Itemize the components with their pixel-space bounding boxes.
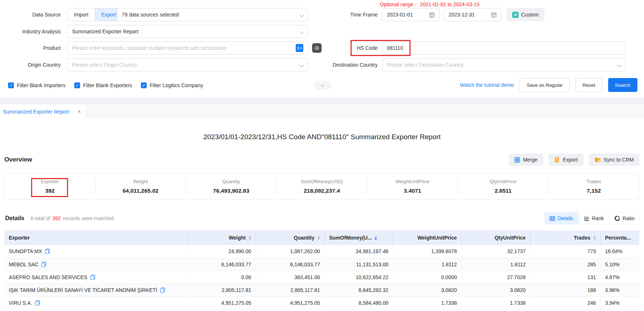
export-button[interactable]: Export — [548, 153, 583, 166]
hs-code-input[interactable] — [382, 41, 626, 55]
tab-bar: Summarized Exporter Report × — [0, 98, 644, 118]
merge-button[interactable]: Merge — [509, 153, 543, 166]
folder-sync-icon — [595, 157, 601, 162]
industry-analysis-select[interactable]: Summarized Exporter Report — [67, 25, 308, 38]
overview-heading: Overview — [4, 156, 32, 163]
col-trades[interactable]: Trades — [530, 230, 600, 245]
stat-weight-unit-price: WeightUnitPrice 3.4071 — [367, 179, 458, 194]
exporter-name[interactable]: IŞIK TARIM ÜRÜNLERİ SANAYİ VE TİCARET AN… — [9, 287, 157, 293]
details-total-count: 392 — [52, 215, 61, 221]
stat-weight: Weight 64,011,265.02 — [95, 179, 186, 194]
table-row: SUNOPTA MX 24,990.00 1,087,262.00 34,981… — [4, 245, 639, 258]
sort-icons[interactable] — [248, 236, 251, 240]
filter-blank-exporters-checkbox[interactable]: ✓ Filter Blank Exporters — [74, 82, 132, 88]
reset-button[interactable]: Reset — [576, 78, 602, 92]
details-table: Exporter Weight Quantity SumOfMoney(U...… — [4, 230, 639, 310]
exporter-name[interactable]: SUNOPTA MX — [9, 248, 42, 254]
origin-country-select[interactable]: Please select Origin Country — [67, 58, 308, 71]
data-source-label: Data Source — [0, 12, 61, 18]
stat-exporter: Exporter 392 — [5, 179, 95, 194]
start-date-input[interactable]: 2023-01-01 — [382, 8, 439, 21]
import-toggle[interactable]: Import — [68, 8, 95, 21]
sort-icons-active-desc[interactable] — [374, 236, 377, 240]
col-sum-of-money[interactable]: SumOfMoney(U... — [325, 230, 393, 245]
copy-icon[interactable] — [160, 288, 165, 293]
origin-country-label: Origin Country — [0, 62, 61, 68]
table-header-row: Exporter Weight Quantity SumOfMoney(U...… — [4, 230, 639, 245]
tab-bar-empty-area — [86, 104, 644, 119]
sync-to-crm-button[interactable]: Sync to CRM — [589, 153, 640, 166]
tutorial-demo-link[interactable]: Watch the tutorial demo — [460, 82, 514, 88]
search-button[interactable]: Search — [608, 78, 637, 92]
stat-sum-of-money: SumOfMoney(USD) 218,092,237.4 — [276, 179, 367, 194]
table-icon — [550, 216, 555, 221]
chevron-down-icon — [321, 83, 324, 87]
calendar-icon — [491, 12, 497, 18]
hs-code-field[interactable] — [387, 45, 621, 51]
rank-chart-icon — [584, 216, 589, 221]
filter-panel: Optional range： 2021-01-01 to 2024-03-15… — [0, 0, 644, 98]
copy-icon[interactable] — [45, 249, 50, 254]
details-heading: Details — [5, 215, 24, 222]
copy-icon[interactable] — [41, 262, 46, 267]
product-input[interactable]: 文A — [67, 41, 308, 55]
exporter-name[interactable]: ASEPRO SALES AND SERVICES — [9, 274, 87, 280]
sort-icons[interactable] — [317, 236, 320, 240]
overview-stats-bar: Exporter 392 Weight 64,011,265.02 Quanti… — [4, 173, 639, 200]
chevron-down-icon — [617, 63, 622, 67]
table-row: ASEPRO SALES AND SERVICES 0.00 383,451.0… — [4, 271, 639, 284]
industry-analysis-label: Industry Analysis — [0, 29, 61, 34]
col-exporter[interactable]: Exporter — [4, 230, 187, 245]
checkbox-checked-icon: ✓ — [8, 82, 14, 88]
ratio-donut-icon — [615, 216, 620, 221]
end-date-input[interactable]: 2023-12-31 — [444, 8, 501, 21]
product-label: Product — [0, 45, 61, 51]
report-title: 2023/01/01-2023/12/31,HS Code AND"081110… — [0, 133, 644, 141]
view-details-button[interactable]: Details — [544, 212, 579, 225]
data-source-toggle: Import Export — [67, 8, 123, 21]
filters-expander-button[interactable] — [314, 81, 331, 89]
export-icon — [554, 157, 560, 163]
table-row: MEBOL SAC 6,146,033.77 6,146,033.77 11,1… — [4, 258, 639, 271]
filter-blank-importers-checkbox[interactable]: ✓ Filter Blank Importers — [8, 82, 65, 88]
save-as-regular-button[interactable]: Save as Regular — [520, 78, 570, 92]
exporter-name[interactable]: VIRU S.A. — [9, 300, 32, 306]
col-percentage[interactable]: Percenta... — [600, 230, 639, 245]
custom-icon: ⊞ — [512, 12, 518, 18]
optional-range-note: Optional range： 2021-01-01 to 2024-03-15 — [380, 1, 479, 8]
calendar-icon — [429, 12, 435, 18]
col-weight-unit-price[interactable]: WeightUnitPrice — [393, 230, 461, 245]
destination-country-select[interactable]: Please select Destination Country — [382, 58, 626, 71]
checkbox-checked-icon: ✓ — [74, 82, 80, 88]
custom-range-button[interactable]: ⊞ Custom — [506, 8, 544, 21]
view-ratio-button[interactable]: Ratio — [610, 212, 640, 225]
view-rank-button[interactable]: Rank — [579, 212, 609, 225]
col-qty-unit-price[interactable]: QtyUnitPrice — [461, 230, 530, 245]
chevron-down-icon — [299, 29, 304, 34]
table-row: VIRU S.A. 4,951,275.05 4,951,275.05 8,58… — [4, 296, 639, 309]
copy-icon[interactable] — [90, 275, 95, 280]
stat-qty-unit-price: QtyUnitPrice 2.8511 — [458, 179, 548, 194]
col-weight[interactable]: Weight — [187, 230, 256, 245]
merge-icon — [514, 157, 520, 163]
table-row: IŞIK TARIM ÜRÜNLERİ SANAYİ VE TİCARET AN… — [4, 284, 639, 296]
product-keywords-field[interactable] — [72, 45, 296, 51]
close-icon[interactable]: × — [78, 108, 81, 115]
data-sources-select[interactable]: 79 data sources selected — [117, 8, 308, 21]
tab-summarized-exporter-report[interactable]: Summarized Exporter Report × — [0, 104, 86, 119]
time-frame-label: Time Frame — [300, 12, 378, 18]
filter-logistics-company-checkbox[interactable]: ✓ Filter Logitics Company — [141, 82, 203, 88]
checkbox-checked-icon: ✓ — [141, 82, 147, 88]
exporter-name[interactable]: MEBOL SAC — [9, 262, 38, 267]
destination-country-label: Destination Country — [300, 62, 378, 68]
sort-icons[interactable] — [593, 236, 596, 240]
details-total-text: A total of392records were matched — [30, 215, 113, 221]
stat-trades: Trades 7,152 — [548, 179, 639, 194]
stat-quantity: Quantity 76,493,902.83 — [186, 179, 276, 194]
col-quantity[interactable]: Quantity — [256, 230, 325, 245]
copy-icon[interactable] — [35, 300, 40, 306]
hs-code-label: HS Code — [300, 45, 378, 51]
